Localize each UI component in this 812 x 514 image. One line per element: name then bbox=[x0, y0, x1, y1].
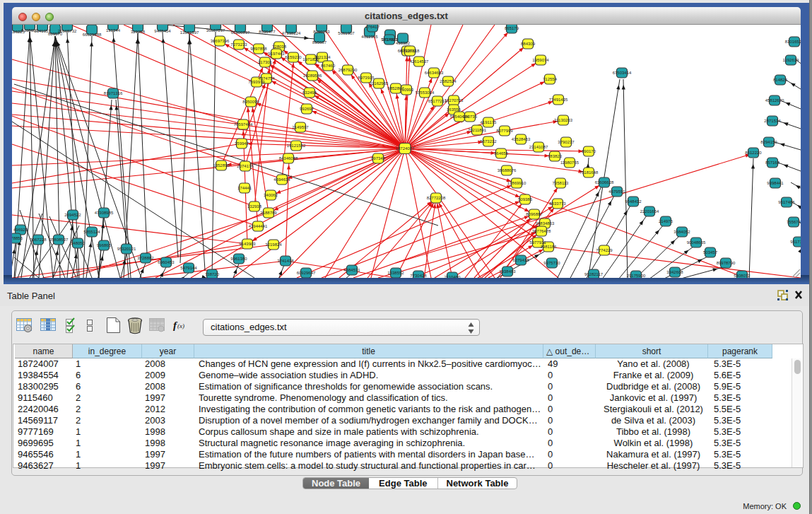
svg-text:329258: 329258 bbox=[131, 30, 146, 34]
svg-text:75181648: 75181648 bbox=[579, 170, 599, 175]
svg-text:1538552: 1538552 bbox=[387, 271, 404, 275]
svg-text:8612220: 8612220 bbox=[745, 151, 762, 155]
svg-text:5408072: 5408072 bbox=[734, 274, 751, 278]
svg-text:23141087: 23141087 bbox=[529, 145, 548, 149]
svg-text:755674: 755674 bbox=[787, 220, 801, 224]
svg-text:8973915: 8973915 bbox=[358, 76, 375, 80]
svg-text:790993: 790993 bbox=[399, 88, 414, 92]
svg-text:70211891: 70211891 bbox=[468, 128, 487, 132]
svg-text:678856: 678856 bbox=[12, 236, 23, 240]
svg-text:2321324: 2321324 bbox=[314, 55, 331, 59]
svg-text:2074176: 2074176 bbox=[237, 164, 254, 168]
svg-text:738720: 738720 bbox=[205, 272, 220, 276]
svg-text:43528453: 43528453 bbox=[512, 137, 531, 141]
svg-text:6279418: 6279418 bbox=[512, 258, 529, 262]
svg-text:1192619: 1192619 bbox=[783, 58, 800, 62]
svg-text:884309: 884309 bbox=[521, 42, 536, 46]
svg-text:728038: 728038 bbox=[272, 45, 287, 49]
svg-text:5673212: 5673212 bbox=[480, 139, 497, 144]
svg-text:47308985: 47308985 bbox=[95, 211, 114, 215]
svg-text:36697396: 36697396 bbox=[211, 39, 230, 43]
svg-text:867460: 867460 bbox=[321, 64, 336, 68]
svg-text:131244: 131244 bbox=[106, 28, 121, 33]
svg-text:9961380: 9961380 bbox=[230, 257, 247, 261]
svg-text:632496: 632496 bbox=[302, 90, 317, 95]
svg-text:4684531: 4684531 bbox=[343, 268, 360, 272]
svg-text:496922: 496922 bbox=[13, 228, 28, 232]
svg-text:4612365: 4612365 bbox=[361, 35, 378, 39]
svg-text:5661907: 5661907 bbox=[338, 31, 355, 35]
svg-text:509386: 509386 bbox=[518, 197, 533, 201]
svg-text:36687537: 36687537 bbox=[206, 28, 225, 33]
svg-text:3342608: 3342608 bbox=[666, 270, 683, 274]
svg-text:60929647: 60929647 bbox=[297, 271, 316, 275]
svg-text:81016525: 81016525 bbox=[785, 40, 801, 44]
svg-text:67503414: 67503414 bbox=[613, 71, 632, 75]
svg-text:3684052: 3684052 bbox=[673, 230, 690, 234]
svg-text:5479144: 5479144 bbox=[180, 266, 197, 270]
svg-text:8077999: 8077999 bbox=[496, 129, 513, 133]
svg-text:38688676: 38688676 bbox=[498, 168, 517, 173]
svg-text:2149597: 2149597 bbox=[292, 125, 309, 129]
svg-text:1959074: 1959074 bbox=[532, 58, 549, 62]
svg-text:9375710: 9375710 bbox=[543, 261, 560, 265]
svg-text:64634663: 64634663 bbox=[425, 71, 444, 75]
svg-text:3790237: 3790237 bbox=[558, 140, 575, 144]
svg-text:84346088: 84346088 bbox=[279, 156, 298, 160]
svg-text:9143903: 9143903 bbox=[239, 242, 256, 246]
svg-text:498382: 498382 bbox=[396, 41, 411, 45]
svg-text:2694522: 2694522 bbox=[64, 213, 81, 217]
svg-text:42614537: 42614537 bbox=[410, 59, 429, 64]
svg-text:87337818: 87337818 bbox=[401, 49, 420, 53]
svg-text:81971316: 81971316 bbox=[104, 91, 123, 95]
svg-text:95320121: 95320121 bbox=[117, 247, 136, 251]
svg-text:21668732: 21668732 bbox=[58, 29, 77, 33]
svg-text:712554: 712554 bbox=[543, 77, 558, 81]
svg-text:8350099: 8350099 bbox=[242, 100, 259, 104]
svg-text:6159230: 6159230 bbox=[285, 55, 302, 59]
svg-text:22201654: 22201654 bbox=[640, 209, 659, 214]
svg-text:70597444: 70597444 bbox=[234, 122, 253, 127]
svg-text:3219824: 3219824 bbox=[265, 243, 282, 247]
svg-text:503457: 503457 bbox=[703, 250, 718, 255]
svg-text:9398441: 9398441 bbox=[767, 181, 784, 185]
svg-text:132938: 132938 bbox=[247, 204, 262, 209]
svg-text:2582524: 2582524 bbox=[440, 79, 457, 83]
svg-text:865179: 865179 bbox=[505, 26, 519, 30]
svg-text:4679591: 4679591 bbox=[608, 189, 625, 194]
svg-text:5437923: 5437923 bbox=[381, 37, 398, 42]
svg-text:13561597: 13561597 bbox=[180, 30, 199, 35]
svg-text:3728882: 3728882 bbox=[137, 256, 154, 260]
svg-text:66306997: 66306997 bbox=[231, 30, 250, 35]
svg-text:82772208: 82772208 bbox=[427, 196, 446, 200]
svg-text:29175900: 29175900 bbox=[627, 274, 646, 278]
svg-text:17270733: 17270733 bbox=[445, 98, 464, 103]
svg-text:163556: 163556 bbox=[447, 107, 461, 112]
svg-text:1352896: 1352896 bbox=[213, 163, 230, 168]
svg-text:9517169: 9517169 bbox=[790, 240, 801, 244]
svg-text:4694634: 4694634 bbox=[273, 177, 290, 182]
svg-text:7358113: 7358113 bbox=[553, 181, 570, 185]
svg-text:41944441: 41944441 bbox=[249, 224, 268, 228]
svg-text:148050: 148050 bbox=[71, 241, 86, 245]
svg-text:476417: 476417 bbox=[365, 25, 380, 29]
svg-text:783823: 783823 bbox=[548, 154, 563, 158]
svg-text:8536477: 8536477 bbox=[259, 30, 276, 34]
svg-text:895667: 895667 bbox=[312, 40, 327, 45]
svg-text:7273233: 7273233 bbox=[230, 42, 247, 47]
svg-text:8096887: 8096887 bbox=[526, 212, 543, 216]
svg-text:7774229: 7774229 bbox=[596, 248, 613, 252]
svg-text:17869910: 17869910 bbox=[507, 181, 526, 185]
svg-text:7067228: 7067228 bbox=[30, 238, 47, 242]
svg-text:360735: 360735 bbox=[463, 115, 478, 119]
svg-text:98834863: 98834863 bbox=[536, 221, 555, 226]
svg-text:18724007: 18724007 bbox=[396, 146, 415, 151]
svg-text:77491435: 77491435 bbox=[549, 98, 568, 102]
svg-text:3741438: 3741438 bbox=[277, 259, 294, 263]
svg-text:8294150: 8294150 bbox=[760, 140, 777, 144]
svg-text:90048665: 90048665 bbox=[687, 240, 706, 245]
svg-text:30776478: 30776478 bbox=[532, 229, 551, 233]
svg-text:7693979: 7693979 bbox=[248, 80, 265, 84]
svg-text:47338124: 47338124 bbox=[282, 31, 301, 35]
svg-text:63606628: 63606628 bbox=[595, 180, 614, 185]
